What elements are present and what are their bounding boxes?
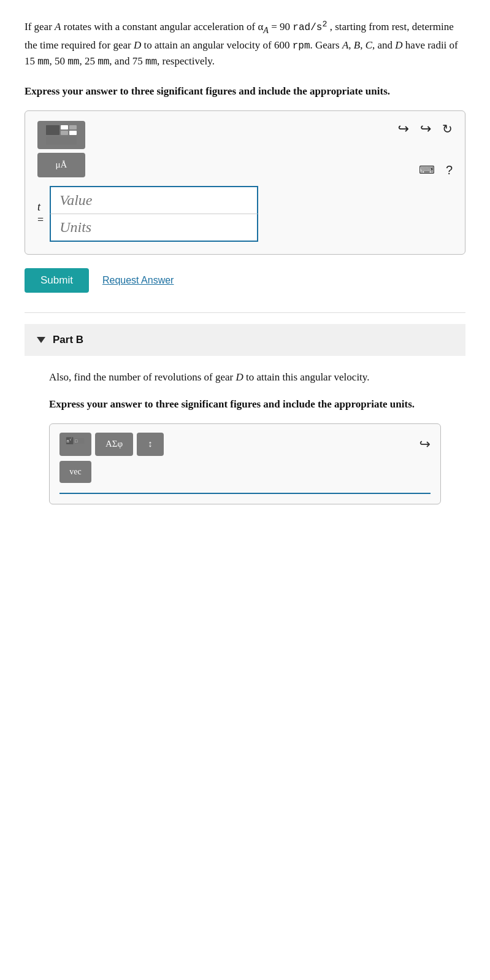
formula-toolbar-btn[interactable] xyxy=(37,121,85,149)
svg-rect-5 xyxy=(46,136,77,145)
partb-btn-row-1: n √ □ AΣφ ↕ ↩ xyxy=(59,433,431,456)
toolbar-right: ↩ ↪ ↻ ⌨ ? xyxy=(398,121,453,177)
units-input[interactable] xyxy=(50,214,258,242)
variable-label: t = xyxy=(37,201,44,226)
express-instruction-a: Express your answer to three significant… xyxy=(25,83,465,99)
svg-rect-1 xyxy=(61,125,68,129)
redo-icon[interactable]: ↪ xyxy=(420,121,431,137)
formula-icon xyxy=(45,124,78,146)
svg-rect-3 xyxy=(61,131,68,135)
part-b-header: Part B xyxy=(25,324,465,356)
partb-input-line xyxy=(59,488,431,494)
svg-text:√: √ xyxy=(69,436,72,441)
undo-icon[interactable]: ↩ xyxy=(398,121,409,137)
submit-button[interactable]: Submit xyxy=(25,268,89,293)
sort-btn-label: ↕ xyxy=(148,439,153,449)
keyboard-icon[interactable]: ⌨ xyxy=(419,163,435,177)
partb-btn-row-2: vec xyxy=(59,461,431,483)
toolbar-icons-bottom: ⌨ ? xyxy=(419,163,453,177)
svg-text:n: n xyxy=(67,438,69,444)
help-icon[interactable]: ? xyxy=(446,163,453,177)
svg-rect-0 xyxy=(46,125,59,135)
divider xyxy=(25,312,465,313)
partb-formula-icon: n √ □ xyxy=(66,436,85,453)
toolbar-row-a: μÅ ↩ ↪ ↻ ⌨ ? xyxy=(37,121,453,177)
value-input[interactable] xyxy=(50,186,258,214)
page: If gear A rotates with a constant angula… xyxy=(0,0,490,529)
vec-btn-label: vec xyxy=(69,467,81,477)
sigma-btn-label: AΣφ xyxy=(105,439,123,449)
submit-row-a: Submit Request Answer xyxy=(25,268,465,293)
answer-box-b: n √ □ AΣφ ↕ ↩ xyxy=(49,423,441,504)
svg-text:□: □ xyxy=(75,439,78,444)
problem-text: If gear A rotates with a constant angula… xyxy=(25,18,465,70)
refresh-icon[interactable]: ↻ xyxy=(442,122,453,136)
toolbar-btn-group: μÅ xyxy=(37,121,85,177)
part-b-text: Also, find the number of revolutions of … xyxy=(49,369,441,385)
units-btn-label: μÅ xyxy=(56,160,67,170)
partb-undo-icon[interactable]: ↩ xyxy=(419,436,431,452)
partb-formula-btn[interactable]: n √ □ xyxy=(59,433,91,456)
svg-rect-4 xyxy=(69,131,77,135)
partb-sort-btn[interactable]: ↕ xyxy=(137,433,164,456)
svg-rect-2 xyxy=(69,125,77,129)
part-b-body: Also, find the number of revolutions of … xyxy=(25,369,465,504)
partb-sigma-btn[interactable]: AΣφ xyxy=(95,433,133,456)
express-instruction-b: Express your answer to three significant… xyxy=(49,396,441,412)
toolbar-icons-top: ↩ ↪ ↻ xyxy=(398,121,453,137)
partb-vec-btn[interactable]: vec xyxy=(59,461,91,483)
request-answer-link[interactable]: Request Answer xyxy=(102,275,174,286)
input-row-a: t = xyxy=(37,186,453,242)
input-fields-a xyxy=(50,186,453,242)
part-b-label: Part B xyxy=(53,334,83,346)
chevron-down-icon[interactable] xyxy=(37,337,45,343)
units-toolbar-btn[interactable]: μÅ xyxy=(37,153,85,177)
answer-box-a: μÅ ↩ ↪ ↻ ⌨ ? t = xyxy=(25,110,465,255)
